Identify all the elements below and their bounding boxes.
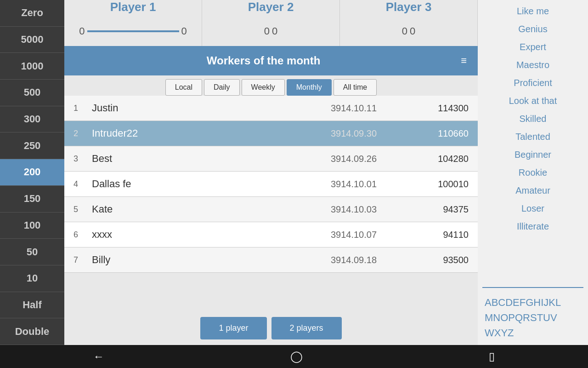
score-10[interactable]: 10 xyxy=(0,265,64,292)
row-rank: 4 xyxy=(74,179,92,189)
skill-item[interactable]: Beginner xyxy=(478,146,588,164)
row-date: 3914.10.01 xyxy=(308,179,400,190)
button-row: 1 player 2 players xyxy=(64,311,478,345)
skill-list: Like meGeniusExpertMaestroProficientLook… xyxy=(478,0,588,285)
player2-score-container: 0 0 xyxy=(264,17,278,46)
skill-item[interactable]: Like me xyxy=(478,2,588,20)
one-player-button[interactable]: 1 player xyxy=(200,317,266,339)
home-button[interactable]: ◯ xyxy=(281,346,312,367)
row-date: 3914.10.03 xyxy=(308,204,400,215)
skill-item[interactable]: Proficient xyxy=(478,74,588,92)
row-rank: 3 xyxy=(74,154,92,164)
row-date: 3914.10.11 xyxy=(308,103,400,114)
player1-score1: 0 xyxy=(79,25,85,37)
row-name: Best xyxy=(92,153,308,165)
leaderboard-header: Workers of the month ≡ xyxy=(64,46,478,75)
player3-score-container: 0 0 xyxy=(402,17,416,46)
alphabet-line3[interactable]: WXYZ xyxy=(485,325,581,340)
table-row[interactable]: 1 Justin 3914.10.11 114300 xyxy=(64,96,478,121)
skill-item[interactable]: Skilled xyxy=(478,110,588,128)
nav-bar: ← ◯ ▯ xyxy=(0,345,588,368)
skill-item[interactable]: Loser xyxy=(478,200,588,218)
score-100[interactable]: 100 xyxy=(0,213,64,239)
score-half[interactable]: Half xyxy=(0,292,64,319)
row-score: 110660 xyxy=(400,128,469,139)
row-score: 94110 xyxy=(400,230,469,240)
player3-col: Player 3 0 0 xyxy=(340,0,478,46)
row-date: 3914.10.07 xyxy=(308,230,400,240)
player3-name: Player 3 xyxy=(386,0,432,14)
score-1000[interactable]: 1000 xyxy=(0,53,64,80)
center-panel: Player 1 0 0 Player 2 0 0 Player 3 0 0 xyxy=(64,0,478,345)
player1-bar xyxy=(87,30,179,32)
player1-name: Player 1 xyxy=(110,0,156,14)
row-rank: 1 xyxy=(74,104,92,113)
skill-item[interactable]: Look at that xyxy=(478,92,588,110)
skill-item[interactable]: Talented xyxy=(478,128,588,146)
score-150[interactable]: 150 xyxy=(0,186,64,213)
score-zero[interactable]: Zero xyxy=(0,0,64,27)
leaderboard: Workers of the month ≡ Local Daily Weekl… xyxy=(64,46,478,345)
row-score: 93500 xyxy=(400,255,469,265)
skill-item[interactable]: Illiterate xyxy=(478,218,588,236)
score-5000[interactable]: 5000 xyxy=(0,27,64,53)
player3-score1: 0 xyxy=(402,25,407,37)
table-row[interactable]: 2 Intruder22 3914.09.30 110660 xyxy=(64,121,478,146)
alphabet-section: ABCDEFGHIJKL MNOPQRSTUV WXYZ xyxy=(478,290,588,345)
row-name: Intruder22 xyxy=(92,127,308,139)
tab-alltime[interactable]: All time xyxy=(334,79,377,96)
menu-icon[interactable]: ≡ xyxy=(456,52,471,69)
score-50[interactable]: 50 xyxy=(0,239,64,265)
player2-name: Player 2 xyxy=(248,0,294,14)
skill-divider xyxy=(482,287,583,288)
tab-local[interactable]: Local xyxy=(165,79,202,96)
skill-item[interactable]: Amateur xyxy=(478,182,588,200)
tab-weekly[interactable]: Weekly xyxy=(242,79,285,96)
table-row[interactable]: 7 Billy 3914.09.18 93500 xyxy=(64,247,478,273)
player2-score1: 0 xyxy=(264,25,270,37)
row-score: 94375 xyxy=(400,204,469,215)
tab-bar: Local Daily Weekly Monthly All time xyxy=(64,75,478,96)
row-score: 114300 xyxy=(400,103,469,114)
row-name: Kate xyxy=(92,203,308,215)
row-score: 104280 xyxy=(400,154,469,164)
row-rank: 5 xyxy=(74,205,92,214)
alphabet-line2[interactable]: MNOPQRSTUV xyxy=(485,310,581,325)
table-row[interactable]: 3 Best 3914.09.26 104280 xyxy=(64,146,478,172)
score-sidebar: Zero 5000 1000 500 300 250 200 150 100 5… xyxy=(0,0,64,345)
table-row[interactable]: 5 Kate 3914.10.03 94375 xyxy=(64,197,478,222)
score-200[interactable]: 200 xyxy=(0,159,64,186)
row-rank: 6 xyxy=(74,230,92,240)
score-300[interactable]: 300 xyxy=(0,106,64,133)
row-date: 3914.09.30 xyxy=(308,128,400,139)
row-name: Billy xyxy=(92,254,308,266)
recent-button[interactable]: ▯ xyxy=(480,346,504,367)
skill-item[interactable]: Rookie xyxy=(478,164,588,182)
row-rank: 7 xyxy=(74,255,92,265)
leaderboard-title: Workers of the month xyxy=(71,54,456,67)
table-row[interactable]: 6 xxxx 3914.10.07 94110 xyxy=(64,222,478,247)
player1-score2: 0 xyxy=(181,25,187,37)
skill-item[interactable]: Genius xyxy=(478,20,588,38)
player2-col: Player 2 0 0 xyxy=(202,0,340,46)
player1-col: Player 1 0 0 xyxy=(64,0,202,46)
player2-score2: 0 xyxy=(272,25,277,37)
row-name: Justin xyxy=(92,102,308,114)
tab-monthly[interactable]: Monthly xyxy=(287,79,332,96)
alphabet-line1[interactable]: ABCDEFGHIJKL xyxy=(485,295,581,310)
table-row[interactable]: 4 Dallas fe 3914.10.01 100010 xyxy=(64,172,478,197)
skill-item[interactable]: Maestro xyxy=(478,56,588,74)
player-bar: Player 1 0 0 Player 2 0 0 Player 3 0 0 xyxy=(64,0,478,46)
score-250[interactable]: 250 xyxy=(0,132,64,159)
score-500[interactable]: 500 xyxy=(0,80,64,106)
row-name: Dallas fe xyxy=(92,178,308,190)
row-rank: 2 xyxy=(74,129,92,138)
row-name: xxxx xyxy=(92,229,308,241)
skill-item[interactable]: Expert xyxy=(478,38,588,56)
tab-daily[interactable]: Daily xyxy=(204,79,240,96)
score-double[interactable]: Double xyxy=(0,318,64,345)
leaderboard-table: 1 Justin 3914.10.11 114300 2 Intruder22 … xyxy=(64,96,478,311)
right-sidebar: Like meGeniusExpertMaestroProficientLook… xyxy=(478,0,588,345)
two-players-button[interactable]: 2 players xyxy=(271,317,342,339)
back-button[interactable]: ← xyxy=(84,346,113,367)
